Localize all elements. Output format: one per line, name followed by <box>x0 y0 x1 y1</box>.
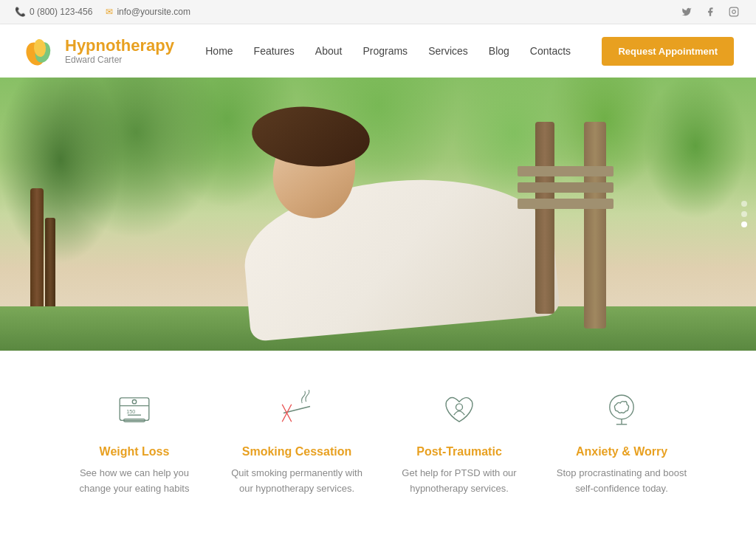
svg-point-14 <box>456 404 463 410</box>
appointment-button[interactable]: Request Appointment <box>602 37 734 66</box>
nav-about[interactable]: About <box>315 45 343 57</box>
main-nav: Home Features About Programs Services Bl… <box>205 45 571 57</box>
feature-weight-loss-desc: See how we can help you change your eati… <box>68 466 201 497</box>
bench-post-left <box>535 122 554 314</box>
nav-home[interactable]: Home <box>205 45 233 57</box>
header: Hypnotherapy Edward Carter Home Features… <box>0 24 756 78</box>
svg-point-15 <box>610 395 633 419</box>
slide-dot-1[interactable] <box>741 201 747 207</box>
nav-contacts[interactable]: Contacts <box>530 45 571 57</box>
email-address: info@yoursite.com <box>117 7 190 17</box>
smoking-icon <box>275 388 319 432</box>
slide-dot-3[interactable] <box>741 221 747 227</box>
phone-icon: 📞 <box>15 7 26 17</box>
nav-blog[interactable]: Blog <box>489 45 509 57</box>
bench-slat1 <box>518 166 614 176</box>
bench-slat3 <box>518 199 614 209</box>
logo-icon <box>22 33 58 69</box>
svg-point-7 <box>132 400 136 404</box>
logo-title: Hypnotherapy <box>65 37 174 55</box>
logo-text: Hypnotherapy Edward Carter <box>65 37 174 65</box>
instagram-link[interactable] <box>726 4 741 19</box>
phone-item: 📞 0 (800) 123-456 <box>15 7 92 17</box>
anxiety-icon <box>599 388 644 432</box>
slide-indicators <box>741 201 747 227</box>
ptsd-icon <box>437 388 481 432</box>
weight-loss-icon: 150 <box>112 388 157 432</box>
email-icon: ✉ <box>106 7 113 17</box>
feature-smoking-desc: Quit smoking permanently with our hypnot… <box>230 466 363 497</box>
logo-subtitle: Edward Carter <box>65 55 174 65</box>
phone-number: 0 (800) 123-456 <box>30 7 92 17</box>
top-bar-left: 📞 0 (800) 123-456 ✉ info@yoursite.com <box>15 7 190 17</box>
feature-anxiety-desc: Stop procrastinating and boost self-conf… <box>555 466 688 497</box>
feature-weight-loss-title: Weight Loss <box>68 445 201 458</box>
nav-programs[interactable]: Programs <box>362 45 408 57</box>
bench-post-right <box>584 122 606 329</box>
svg-rect-0 <box>729 7 738 16</box>
feature-smoking: Smoking Cessation Quit smoking permanent… <box>216 388 378 497</box>
feature-weight-loss: 150 Weight Loss See how we can help you … <box>53 388 216 497</box>
hero-image <box>0 78 756 351</box>
bench <box>466 122 614 329</box>
hero-section <box>0 78 756 351</box>
features-section: 150 Weight Loss See how we can help you … <box>0 351 756 526</box>
slide-dot-2[interactable] <box>741 211 747 217</box>
bench-slat2 <box>518 182 614 193</box>
person-container <box>185 107 614 329</box>
feature-anxiety: Anxiety & Worry Stop procrastinating and… <box>540 388 703 497</box>
email-item: ✉ info@yoursite.com <box>106 7 190 17</box>
feature-ptsd: Post-Traumatic Get help for PTSD with ou… <box>378 388 540 497</box>
social-links <box>679 4 741 19</box>
nav-features[interactable]: Features <box>254 45 295 57</box>
facebook-link[interactable] <box>703 4 718 19</box>
feature-ptsd-desc: Get help for PTSD with our hypnotherapy … <box>393 466 526 497</box>
logo: Hypnotherapy Edward Carter <box>22 33 174 69</box>
top-bar: 📞 0 (800) 123-456 ✉ info@yoursite.com <box>0 0 756 24</box>
feature-ptsd-title: Post-Traumatic <box>393 445 526 458</box>
twitter-link[interactable] <box>679 4 694 19</box>
feature-smoking-title: Smoking Cessation <box>230 445 363 458</box>
feature-anxiety-title: Anxiety & Worry <box>555 445 688 458</box>
svg-text:150: 150 <box>126 408 135 415</box>
nav-services[interactable]: Services <box>428 45 468 57</box>
